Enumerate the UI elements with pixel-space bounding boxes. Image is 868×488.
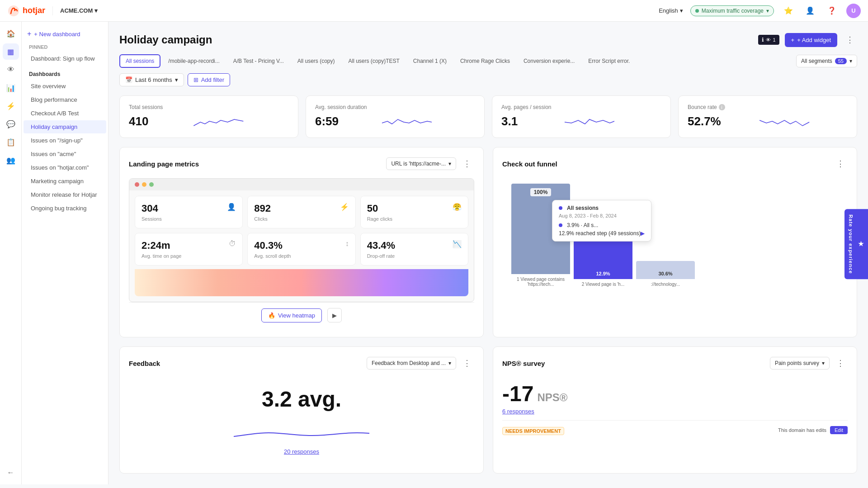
nps-content: -17 NPS® 6 responses NEEDS IMPROVEMENT T… — [502, 378, 848, 439]
sparkline-sessions — [148, 113, 289, 129]
metric-value: 50 — [367, 203, 378, 214]
sparkline-bounce — [721, 113, 848, 129]
dashboard-icon[interactable]: ▦ — [3, 43, 19, 60]
feedback-widget: Feedback Feedback from Desktop and ... ▾… — [119, 346, 484, 474]
date-filter[interactable]: 📅 Last 6 months ▾ — [119, 73, 184, 86]
tab-chrome-rage[interactable]: Chrome Rage Clicks — [454, 55, 516, 67]
nps-improvement-section: NEEDS IMPROVEMENT — [502, 425, 564, 435]
tooltip-date-range: Aug 8, 2023 - Feb 8, 2024 — [559, 213, 645, 218]
feedback-more-button[interactable]: ⋮ — [460, 356, 474, 370]
segments-button[interactable]: All segments 55 ▾ — [796, 55, 857, 67]
landing-page-filter-button[interactable]: URL is 'https://acme-... ▾ — [386, 157, 456, 170]
play-icon: ▶ — [332, 312, 337, 319]
info-badge: ℹ 👁 1 — [758, 35, 779, 45]
traffic-coverage-badge[interactable]: Maximum traffic coverage ▾ — [690, 5, 774, 16]
new-dashboard-button[interactable]: + + New dashboard — [22, 27, 108, 41]
rage-clicks-icon: 😤 — [453, 203, 462, 211]
site-name[interactable]: ACME.COM ▾ — [60, 7, 98, 14]
sidebar-item-pinned[interactable]: Dashboard: Sign up flow — [24, 52, 106, 65]
play-icon[interactable]: ▶ — [641, 230, 645, 237]
view-heatmap-button[interactable]: 🔥 View heatmap — [261, 308, 322, 322]
avatar[interactable]: U — [846, 4, 861, 18]
tab-all-users-copy-test[interactable]: All users (copy)TEST — [343, 55, 406, 67]
more-options-button[interactable]: ⋮ — [843, 33, 857, 47]
sidebar-item-issues-hotjar[interactable]: Issues on "hotjar.com" — [24, 161, 106, 174]
help-icon-button[interactable]: ❓ — [825, 4, 839, 18]
metric-clicks: 892 ⚡ Clicks — [247, 196, 355, 228]
tab-all-sessions[interactable]: All sessions — [119, 54, 160, 68]
users-icon[interactable]: 👥 — [3, 152, 19, 168]
funnel-pct-3: 30.6% — [655, 270, 676, 277]
lp-footer: 🔥 View heatmap ▶ — [129, 302, 474, 328]
rate-experience-tab[interactable]: ★ Rate your experience — [844, 209, 868, 279]
nps-more-button[interactable]: ⋮ — [833, 356, 848, 370]
sidebar-item-site-overview[interactable]: Site overview — [24, 80, 106, 93]
nps-filter-button[interactable]: Pain points survey ▾ — [770, 357, 830, 370]
nps-score: -17 — [502, 381, 533, 406]
lightning-icon[interactable]: ⚡ — [3, 98, 19, 114]
survey-icon[interactable]: 📋 — [3, 134, 19, 150]
nps-responses[interactable]: 6 responses — [502, 408, 848, 415]
tab-error-script[interactable]: Error Script error. — [582, 55, 636, 67]
funnel-chart: 100% 1 Viewed page contains 'https://tec… — [502, 178, 848, 287]
funnel-label-2: 2 Viewed page is 'h... — [582, 282, 625, 287]
plus-icon: + — [791, 37, 795, 43]
stat-label: Avg. pages / session — [501, 104, 661, 110]
nps-domain-section: This domain has edits Edit — [778, 426, 848, 434]
sparkline-pages — [518, 113, 661, 129]
add-widget-button[interactable]: + + Add widget — [785, 33, 837, 47]
gradient-preview — [135, 269, 468, 296]
edit-button[interactable]: Edit — [830, 426, 848, 434]
funnel-more-button[interactable]: ⋮ — [833, 156, 848, 171]
widget-title: Feedback — [129, 360, 160, 367]
add-filter-button[interactable]: ⊞ Add filter — [188, 73, 230, 86]
tab-ab-test[interactable]: A/B Test - Pricing V... — [227, 55, 290, 67]
user-icon-button[interactable]: 👤 — [803, 4, 817, 18]
heatmap-icon: 🔥 — [268, 312, 275, 319]
chat-icon[interactable]: 💬 — [3, 116, 19, 132]
browser-content: 304 👤 Sessions 892 ⚡ Clicks — [129, 190, 474, 302]
feedback-responses[interactable]: 20 responses — [284, 448, 319, 455]
tooltip-stat: 3.9% · All s... — [567, 222, 598, 228]
sidebar-item-monitor[interactable]: Monitor release for Hotjar — [24, 188, 106, 201]
stat-value: 410 — [129, 114, 148, 128]
funnel-pct-1: 100% — [530, 188, 552, 196]
funnel-tooltip: All sessions Aug 8, 2023 - Feb 8, 2024 3… — [552, 200, 651, 242]
collapse-icon[interactable]: ← — [3, 464, 19, 481]
sidebar-item-blog-performance[interactable]: Blog performance — [24, 93, 106, 106]
tab-channel1[interactable]: Channel 1 (X) — [407, 55, 453, 67]
dashboard-grid: Landing page metrics URL is 'https://acm… — [119, 147, 857, 474]
tab-conversion[interactable]: Conversion experie... — [518, 55, 580, 67]
sidebar-item-issues-acme[interactable]: Issues on "acme" — [24, 147, 106, 161]
chart-icon[interactable]: 📊 — [3, 80, 19, 96]
feedback-filter-button[interactable]: Feedback from Desktop and ... ▾ — [367, 357, 456, 370]
stat-card-total-sessions: Total sessions 410 — [119, 95, 298, 138]
sessions-icon: 👤 — [227, 203, 236, 211]
traffic-dot — [695, 9, 699, 13]
tab-mobile-app[interactable]: /mobile-app-recordi... — [162, 55, 225, 67]
metric-label: Avg. time on page — [142, 253, 236, 259]
widget-header: NPS® survey Pain points survey ▾ ⋮ — [502, 356, 848, 370]
funnel-step-3: 30.6% ://technology... — [636, 261, 695, 287]
eye-icon[interactable]: 👁 — [3, 62, 19, 78]
funnel-label-3: ://technology... — [651, 282, 680, 287]
metrics-grid: 304 👤 Sessions 892 ⚡ Clicks — [135, 196, 468, 265]
metric-value: 40.3% — [254, 240, 282, 251]
stat-card-avg-duration: Avg. session duration 6:59 — [306, 95, 485, 138]
metric-label: Clicks — [254, 216, 349, 222]
sidebar-item-issues-signup[interactable]: Issues on "/sign-up" — [24, 134, 106, 147]
tab-all-users-copy[interactable]: All users (copy) — [292, 55, 341, 67]
landing-page-more-button[interactable]: ⋮ — [460, 156, 474, 171]
sidebar-item-checkout-ab[interactable]: Checkout A/B Test — [24, 107, 106, 120]
home-icon[interactable]: 🏠 — [3, 25, 19, 42]
language-selector[interactable]: English ▾ — [659, 7, 683, 14]
info-icon: i — [719, 104, 725, 110]
logo[interactable]: hotjar — [7, 5, 45, 17]
sidebar-item-holiday-campaign[interactable]: Holiday campaign — [24, 120, 106, 133]
star-icon-button[interactable]: ⭐ — [781, 4, 796, 18]
play-recording-button[interactable]: ▶ — [327, 308, 342, 322]
nps-widget: NPS® survey Pain points survey ▾ ⋮ -17 N… — [493, 346, 857, 474]
sidebar-item-bug-tracking[interactable]: Ongoing bug tracking — [24, 202, 106, 215]
sidebar-item-marketing[interactable]: Marketing campaign — [24, 175, 106, 188]
sidebar: + + New dashboard Pinned Dashboard: Sign… — [22, 22, 108, 484]
